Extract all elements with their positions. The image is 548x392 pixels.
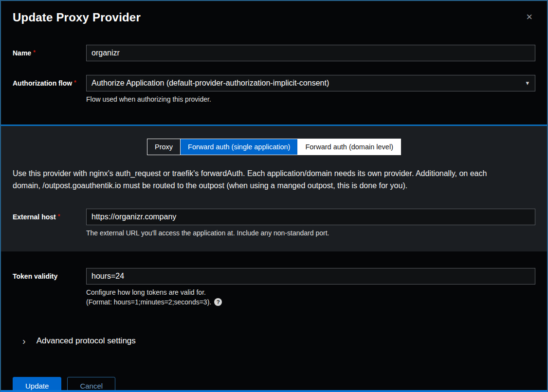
chevron-right-icon: › [22,337,26,345]
update-proxy-provider-modal: Update Proxy Provider × Name* Authorizat… [0,0,548,392]
token-validity-input[interactable] [86,268,535,285]
help-question-icon[interactable]: ? [214,298,222,306]
external-host-input[interactable] [86,209,535,225]
modal-header: Update Proxy Provider × [13,11,535,24]
token-validity-row: Token validity Configure how long tokens… [13,268,535,306]
proxy-mode-card: Proxy Forward auth (single application) … [1,125,547,251]
authorization-flow-value: Authorize Application (default-provider-… [91,79,329,87]
forward-auth-description: Use this provider with nginx's auth_requ… [13,168,514,192]
tab-proxy[interactable]: Proxy [147,139,181,155]
authorization-flow-select[interactable]: Authorize Application (default-provider-… [86,75,535,91]
tab-forward-auth-single-application[interactable]: Forward auth (single application) [181,139,298,155]
external-host-help: The external URL you'll access the appli… [86,229,535,237]
token-validity-label: Token validity [13,268,86,280]
external-host-row: External host* The external URL you'll a… [13,209,535,237]
required-asterisk: * [33,49,36,56]
proxy-mode-toggle-group: Proxy Forward auth (single application) … [13,139,535,155]
external-host-label: External host* [13,209,86,221]
required-asterisk: * [58,213,60,220]
advanced-protocol-settings-expander[interactable]: › Advanced protocol settings [13,336,535,346]
tab-forward-auth-domain-level[interactable]: Forward auth (domain level) [298,139,401,155]
name-input[interactable] [86,45,535,61]
authorization-flow-label: Authorization flow* [13,75,86,87]
name-row: Name* [13,45,535,61]
advanced-protocol-settings-label: Advanced protocol settings [37,336,136,346]
name-label: Name* [13,45,86,57]
token-validity-help: Configure how long tokens are valid for. [86,288,535,296]
authorization-flow-help: Flow used when authorizing this provider… [86,95,535,103]
cancel-button[interactable]: Cancel [67,377,115,392]
token-validity-format-help: (Format: hours=1;minutes=2;seconds=3). ? [86,298,535,306]
modal-title: Update Proxy Provider [13,11,141,24]
close-icon[interactable]: × [523,11,535,23]
modal-footer: Update Cancel [13,377,535,392]
update-button[interactable]: Update [13,377,61,392]
authorization-flow-row: Authorization flow* Authorize Applicatio… [13,75,535,103]
required-asterisk: * [74,79,76,86]
chevron-down-icon: ▾ [526,75,529,91]
